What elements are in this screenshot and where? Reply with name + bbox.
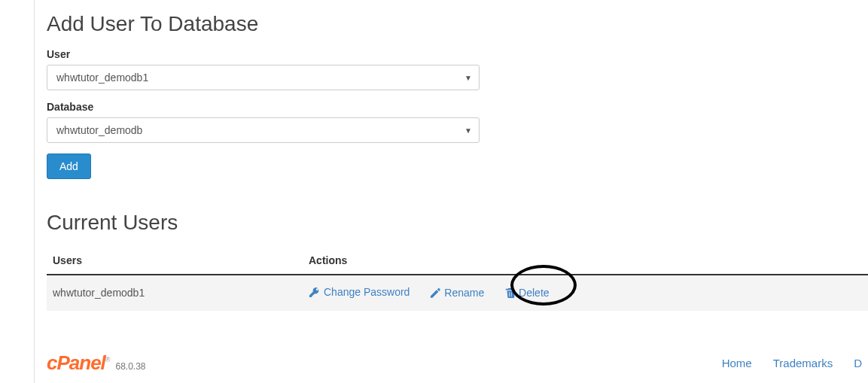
current-users-heading: Current Users [47, 211, 868, 235]
version-text: 68.0.38 [115, 361, 145, 372]
table-row: whwtutor_demodb1 Change Password [47, 275, 868, 311]
key-icon [309, 287, 320, 298]
add-button[interactable]: Add [47, 154, 91, 179]
user-cell: whwtutor_demodb1 [47, 275, 303, 311]
pencil-icon [429, 287, 440, 298]
users-table: Users Actions whwtutor_demodb1 Change P [47, 247, 868, 311]
delete-label: Delete [519, 287, 549, 299]
database-label: Database [47, 101, 868, 113]
actions-cell: Change Password Rename [303, 275, 868, 311]
delete-link[interactable]: Delete [504, 287, 549, 299]
rename-link[interactable]: Rename [429, 287, 484, 299]
column-header-users: Users [47, 247, 303, 275]
rename-label: Rename [444, 287, 484, 299]
footer-trademarks-link[interactable]: Trademarks [773, 357, 833, 369]
add-user-heading: Add User To Database [47, 12, 868, 36]
column-header-actions: Actions [303, 247, 868, 275]
cpanel-logo: cPanel® [47, 351, 109, 375]
user-label: User [47, 48, 868, 60]
user-select[interactable]: whwtutor_demodb1 [47, 65, 480, 90]
change-password-link[interactable]: Change Password [309, 286, 410, 298]
trash-icon [504, 287, 515, 298]
database-select[interactable]: whwtutor_demodb [47, 117, 480, 143]
change-password-label: Change Password [324, 286, 410, 298]
footer-docs-link[interactable]: D [854, 357, 862, 369]
left-gutter [0, 0, 35, 383]
footer-home-link[interactable]: Home [722, 357, 752, 369]
